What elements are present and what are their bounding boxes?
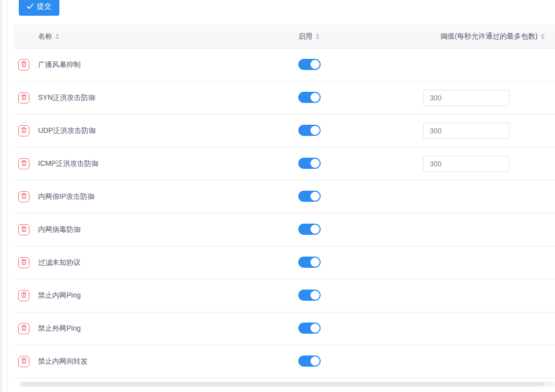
rule-name-label: 禁止外网Ping — [38, 324, 81, 333]
threshold-input[interactable] — [423, 123, 509, 139]
sort-caret-icon[interactable] — [316, 33, 320, 40]
column-header-enable-label: 启用 — [298, 32, 313, 41]
name-cell: 广播风暴抑制 — [14, 59, 285, 70]
name-cell: 禁止内网Ping — [14, 290, 285, 301]
horizontal-scrollbar[interactable] — [20, 382, 555, 386]
trash-icon — [21, 325, 27, 333]
enable-toggle[interactable] — [298, 158, 321, 169]
threshold-input[interactable] — [423, 90, 509, 106]
settings-table: 名称 启用 阈值(每秒允许通过的最多包数) — [14, 24, 555, 378]
rule-name-label: SYN泛洪攻击防御 — [38, 93, 95, 102]
rule-name-label: 禁止内网间转发 — [38, 357, 88, 366]
column-header-threshold-label: 阈值(每秒允许通过的最多包数) — [440, 32, 537, 41]
table-row: 内网病毒防御 — [14, 213, 555, 246]
enable-cell — [285, 125, 409, 137]
horizontal-scrollbar-thumb[interactable] — [20, 382, 545, 386]
check-icon — [27, 4, 33, 9]
table-row: 过滤未知协议 — [14, 246, 555, 279]
trash-icon — [21, 94, 27, 102]
enable-cell — [285, 92, 409, 104]
trash-icon — [21, 226, 27, 234]
name-cell: 内网假IP攻击防御 — [14, 191, 285, 202]
window-left-gutter — [0, 0, 7, 392]
enable-toggle[interactable] — [298, 355, 321, 367]
delete-row-button[interactable] — [18, 125, 29, 136]
delete-row-button[interactable] — [18, 257, 29, 268]
enable-toggle[interactable] — [298, 290, 321, 301]
table-row: 内网假IP攻击防御 — [14, 181, 555, 213]
threshold-cell — [409, 123, 555, 139]
table-row: UDP泛洪攻击防御 — [14, 115, 555, 148]
trash-icon — [21, 127, 27, 135]
rule-name-label: 过滤未知协议 — [38, 258, 81, 267]
table-row: 禁止内网间转发 — [14, 345, 555, 378]
table-header-row: 名称 启用 阈值(每秒允许通过的最多包数) — [14, 24, 555, 49]
trash-icon — [21, 160, 27, 168]
name-cell: 禁止内网间转发 — [14, 356, 285, 367]
trash-icon — [21, 358, 27, 366]
enable-toggle[interactable] — [298, 59, 321, 70]
sort-caret-icon[interactable] — [541, 33, 545, 40]
rule-name-label: ICMP泛洪攻击防御 — [38, 159, 98, 168]
rule-name-label: 广播风暴抑制 — [38, 60, 81, 69]
enable-cell — [285, 257, 409, 269]
threshold-cell — [409, 156, 555, 172]
name-cell: SYN泛洪攻击防御 — [14, 92, 285, 103]
table-row: SYN泛洪攻击防御 — [14, 82, 555, 115]
table-row: 广播风暴抑制 — [14, 49, 555, 82]
table-row: 禁止外网Ping — [14, 312, 555, 345]
name-cell: 内网病毒防御 — [14, 224, 285, 235]
delete-row-button[interactable] — [18, 290, 29, 301]
name-cell: 过滤未知协议 — [14, 257, 285, 268]
enable-cell — [285, 323, 409, 335]
enable-cell — [285, 59, 409, 72]
trash-icon — [21, 259, 27, 267]
sort-caret-icon[interactable] — [55, 33, 59, 40]
column-header-enable[interactable]: 启用 — [285, 32, 409, 41]
column-header-name-label: 名称 — [38, 32, 52, 41]
name-cell: UDP泛洪攻击防御 — [14, 125, 285, 136]
enable-toggle[interactable] — [298, 125, 321, 136]
column-header-threshold[interactable]: 阈值(每秒允许通过的最多包数) — [409, 32, 555, 41]
delete-row-button[interactable] — [18, 92, 29, 103]
rule-name-label: 禁止内网Ping — [38, 291, 81, 300]
enable-cell — [285, 191, 409, 203]
trash-icon — [21, 292, 27, 300]
enable-toggle[interactable] — [298, 224, 321, 235]
submit-button[interactable]: 提交 — [19, 0, 59, 16]
submit-button-label: 提交 — [37, 2, 51, 11]
enable-toggle[interactable] — [298, 191, 321, 202]
enable-cell — [285, 355, 409, 368]
table-row: 禁止内网Ping — [14, 279, 555, 312]
threshold-cell — [409, 90, 555, 106]
name-cell: ICMP泛洪攻击防御 — [14, 158, 285, 169]
name-cell: 禁止外网Ping — [14, 323, 285, 334]
threshold-input[interactable] — [423, 156, 509, 172]
enable-cell — [285, 158, 409, 170]
table-row: ICMP泛洪攻击防御 — [14, 148, 555, 181]
rule-name-label: 内网假IP攻击防御 — [38, 192, 94, 201]
trash-icon — [21, 193, 27, 201]
enable-toggle[interactable] — [298, 323, 321, 334]
delete-row-button[interactable] — [18, 224, 29, 235]
column-header-name[interactable]: 名称 — [14, 32, 285, 41]
page-content: 提交 名称 启用 阈值(每秒允许通过的最多包数) — [8, 0, 555, 386]
enable-toggle[interactable] — [298, 92, 321, 103]
trash-icon — [21, 61, 27, 69]
table-body: 广播风暴抑制 SYN泛洪攻击防御 — [14, 49, 555, 378]
enable-toggle[interactable] — [298, 257, 321, 268]
enable-cell — [285, 290, 409, 302]
rule-name-label: UDP泛洪攻击防御 — [38, 126, 96, 135]
delete-row-button[interactable] — [18, 59, 29, 70]
delete-row-button[interactable] — [18, 191, 29, 202]
enable-cell — [285, 224, 409, 236]
rule-name-label: 内网病毒防御 — [38, 225, 81, 234]
delete-row-button[interactable] — [18, 323, 29, 334]
delete-row-button[interactable] — [18, 158, 29, 169]
delete-row-button[interactable] — [18, 356, 29, 367]
